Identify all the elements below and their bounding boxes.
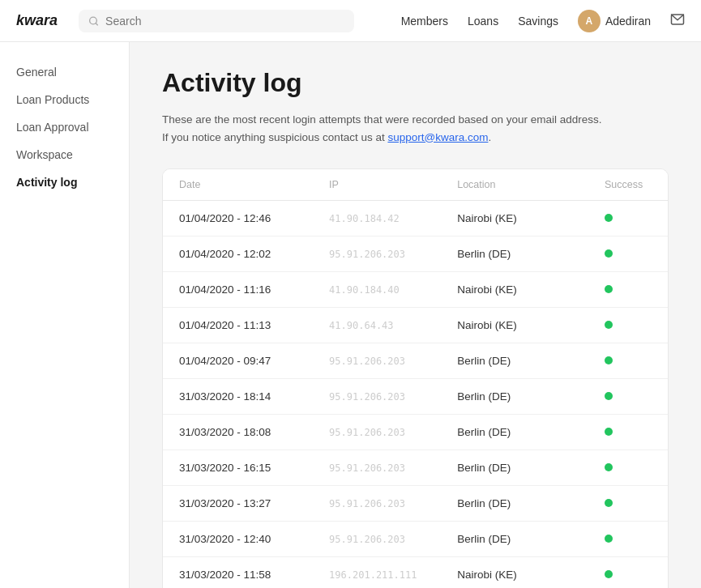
cell-success xyxy=(588,450,668,486)
ip-value: 41.90.184.40 xyxy=(329,284,400,296)
cell-ip: 95.91.206.203 xyxy=(313,486,441,522)
success-indicator xyxy=(605,249,613,258)
cell-success xyxy=(588,379,668,415)
brand-logo: kwara xyxy=(16,12,58,29)
table-row: 01/04/2020 - 11:1641.90.184.40Nairobi (K… xyxy=(163,272,668,308)
table-row: 01/04/2020 - 12:0295.91.206.203Berlin (D… xyxy=(163,236,668,272)
cell-ip: 196.201.211.111 xyxy=(313,557,441,588)
main-content: Activity log These are the most recent l… xyxy=(130,42,701,588)
success-indicator xyxy=(605,428,613,436)
cell-date: 31/03/2020 - 18:14 xyxy=(163,379,313,415)
search-bar[interactable] xyxy=(79,10,354,32)
cell-date: 31/03/2020 - 16:15 xyxy=(163,450,313,486)
cell-success xyxy=(588,415,668,450)
table-row: 01/04/2020 - 12:4641.90.184.42Nairobi (K… xyxy=(163,201,668,236)
cell-location: Berlin (DE) xyxy=(441,522,588,557)
sidebar-item-activity-log[interactable]: Activity log xyxy=(0,168,129,196)
cell-ip: 95.91.206.203 xyxy=(313,343,441,379)
cell-date: 31/03/2020 - 13:27 xyxy=(163,486,313,522)
table-row: 31/03/2020 - 11:58196.201.211.111Nairobi… xyxy=(163,557,668,588)
ip-value: 95.91.206.203 xyxy=(329,427,405,438)
cell-location: Berlin (DE) xyxy=(441,486,588,522)
cell-ip: 95.91.206.203 xyxy=(313,236,441,272)
cell-location: Berlin (DE) xyxy=(441,379,588,415)
nav-loans[interactable]: Loans xyxy=(468,15,498,28)
success-indicator xyxy=(605,392,613,400)
cell-success xyxy=(588,308,668,343)
ip-value: 41.90.184.42 xyxy=(329,213,400,224)
cell-ip: 41.90.184.40 xyxy=(313,272,441,308)
cell-ip: 95.91.206.203 xyxy=(313,450,441,486)
description-line2: If you notice anything suspicious contac… xyxy=(162,131,387,143)
sidebar-item-general[interactable]: General xyxy=(0,58,129,86)
support-email-link[interactable]: support@kwara.com xyxy=(387,131,488,143)
cell-location: Nairobi (KE) xyxy=(441,308,588,343)
cell-date: 01/04/2020 - 11:13 xyxy=(163,308,313,343)
col-header-ip: IP xyxy=(313,169,441,201)
table-row: 31/03/2020 - 18:0895.91.206.203Berlin (D… xyxy=(163,415,668,450)
table-header-row: Date IP Location Success xyxy=(163,169,668,201)
cell-date: 01/04/2020 - 09:47 xyxy=(163,343,313,379)
success-indicator xyxy=(605,356,613,364)
ip-value: 95.91.206.203 xyxy=(329,249,405,260)
activity-table: Date IP Location Success 01/04/2020 - 12… xyxy=(162,168,669,588)
success-indicator xyxy=(605,499,613,507)
cell-success xyxy=(588,201,668,236)
cell-date: 01/04/2020 - 12:46 xyxy=(163,201,313,236)
cell-location: Nairobi (KE) xyxy=(441,557,588,588)
nav-user[interactable]: A Adediran xyxy=(578,10,651,32)
success-indicator xyxy=(605,535,613,543)
ip-value: 196.201.211.111 xyxy=(329,569,417,581)
cell-location: Berlin (DE) xyxy=(441,415,588,450)
sidebar-item-loan-approval[interactable]: Loan Approval xyxy=(0,113,129,141)
cell-success xyxy=(588,236,668,272)
cell-success xyxy=(588,522,668,557)
cell-date: 01/04/2020 - 11:16 xyxy=(163,272,313,308)
cell-ip: 95.91.206.203 xyxy=(313,415,441,450)
layout: General Loan Products Loan Approval Work… xyxy=(0,42,701,588)
search-icon xyxy=(88,15,99,27)
cell-date: 31/03/2020 - 11:58 xyxy=(163,557,313,588)
ip-value: 95.91.206.203 xyxy=(329,391,405,403)
table-row: 01/04/2020 - 11:1341.90.64.43Nairobi (KE… xyxy=(163,308,668,343)
cell-ip: 41.90.64.43 xyxy=(313,308,441,343)
mail-icon[interactable] xyxy=(670,12,685,29)
col-header-date: Date xyxy=(163,169,313,201)
success-indicator xyxy=(605,285,613,293)
top-nav: kwara Members Loans Savings A Adediran xyxy=(0,0,701,42)
nav-right: Members Loans Savings A Adediran xyxy=(401,10,685,32)
success-indicator xyxy=(605,321,613,329)
cell-date: 01/04/2020 - 12:02 xyxy=(163,236,313,272)
cell-ip: 41.90.184.42 xyxy=(313,201,441,236)
user-name: Adediran xyxy=(605,15,651,28)
ip-value: 95.91.206.203 xyxy=(329,534,405,545)
ip-value: 95.91.206.203 xyxy=(329,462,405,474)
cell-success xyxy=(588,557,668,588)
table-row: 01/04/2020 - 09:4795.91.206.203Berlin (D… xyxy=(163,343,668,379)
cell-success xyxy=(588,486,668,522)
col-header-success: Success xyxy=(588,169,668,201)
cell-date: 31/03/2020 - 18:08 xyxy=(163,415,313,450)
table-row: 31/03/2020 - 13:2795.91.206.203Berlin (D… xyxy=(163,486,668,522)
cell-location: Berlin (DE) xyxy=(441,450,588,486)
sidebar-item-loan-products[interactable]: Loan Products xyxy=(0,86,129,113)
cell-ip: 95.91.206.203 xyxy=(313,379,441,415)
nav-members[interactable]: Members xyxy=(401,15,448,28)
search-input[interactable] xyxy=(105,15,344,28)
ip-value: 95.91.206.203 xyxy=(329,498,405,509)
cell-date: 31/03/2020 - 12:40 xyxy=(163,522,313,557)
description-end: . xyxy=(488,131,491,143)
page-description: These are the most recent login attempts… xyxy=(162,111,669,146)
col-header-location: Location xyxy=(441,169,588,201)
avatar: A xyxy=(578,10,601,32)
table-row: 31/03/2020 - 12:4095.91.206.203Berlin (D… xyxy=(163,522,668,557)
table-row: 31/03/2020 - 16:1595.91.206.203Berlin (D… xyxy=(163,450,668,486)
cell-location: Nairobi (KE) xyxy=(441,201,588,236)
cell-location: Nairobi (KE) xyxy=(441,272,588,308)
cell-location: Berlin (DE) xyxy=(441,236,588,272)
ip-value: 41.90.64.43 xyxy=(329,320,393,331)
svg-line-1 xyxy=(96,23,97,24)
sidebar-item-workspace[interactable]: Workspace xyxy=(0,141,129,168)
cell-ip: 95.91.206.203 xyxy=(313,522,441,557)
nav-savings[interactable]: Savings xyxy=(518,15,558,28)
